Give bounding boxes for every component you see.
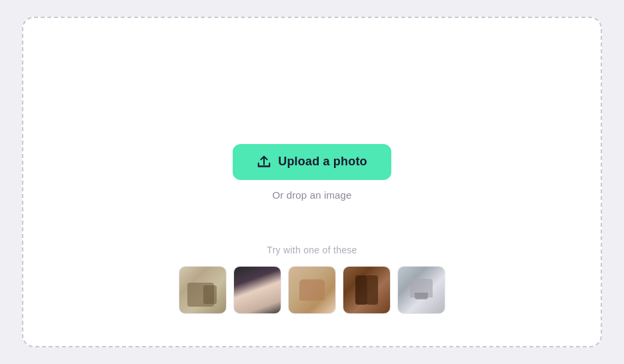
try-label: Try with one of these	[267, 245, 357, 255]
upload-area: Upload a photo Or drop an image	[233, 144, 391, 201]
upload-icon	[257, 155, 271, 169]
upload-button-label: Upload a photo	[278, 155, 367, 169]
sample-images-row	[179, 266, 445, 314]
drop-zone[interactable]: Upload a photo Or drop an image Try with…	[22, 17, 602, 347]
sample-image-5[interactable]	[397, 266, 445, 314]
sample-image-1[interactable]	[179, 266, 227, 314]
try-section: Try with one of these	[23, 245, 601, 314]
upload-button[interactable]: Upload a photo	[233, 144, 391, 180]
sample-image-2[interactable]	[233, 266, 281, 314]
drop-hint-text: Or drop an image	[272, 189, 351, 201]
sample-image-3[interactable]	[288, 266, 336, 314]
sample-image-4[interactable]	[343, 266, 391, 314]
